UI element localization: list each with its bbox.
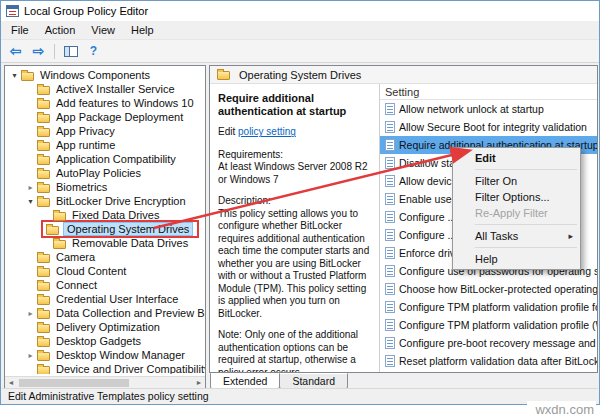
- chevron-collapsed-icon[interactable]: ▸: [25, 351, 36, 360]
- window-title: Local Group Policy Editor: [24, 5, 148, 17]
- setting-label: Configure ...: [399, 229, 456, 241]
- watermark: wxdn.com: [527, 401, 596, 419]
- tree-item-delivery-optimization[interactable]: Delivery Optimization: [5, 320, 205, 334]
- forward-button[interactable]: ⇨: [28, 42, 49, 61]
- folder-icon: [37, 296, 50, 305]
- menu-action[interactable]: Action: [37, 22, 84, 38]
- context-menu-filter-on[interactable]: Filter On: [453, 173, 580, 189]
- setting-label: Configure ...: [399, 211, 456, 223]
- setting-label: Reset platform validation data after Bit…: [399, 355, 597, 367]
- tree-item-removable-data-drives[interactable]: Removable Data Drives: [5, 236, 205, 250]
- menu-file[interactable]: File: [3, 22, 37, 38]
- tree-item-connect[interactable]: Connect: [5, 278, 205, 292]
- context-menu-all-tasks[interactable]: All Tasks ▸: [453, 228, 580, 244]
- tree-item-label: Camera: [54, 251, 97, 263]
- chevron-expanded-icon[interactable]: ▾: [9, 71, 20, 80]
- tree-item-data-collection[interactable]: ▸ Data Collection and Preview Build...: [5, 306, 205, 320]
- menu-view[interactable]: View: [83, 22, 123, 38]
- tree-item-activex-installer-service[interactable]: ActiveX Installer Service: [5, 82, 205, 96]
- setting-row[interactable]: Configure pre-boot recovery message and …: [380, 334, 597, 352]
- tree-item-device-driver-compatibility[interactable]: Device and Driver Compatibility: [5, 362, 205, 374]
- submenu-arrow-icon: ▸: [568, 231, 573, 241]
- context-menu-filter-options[interactable]: Filter Options...: [453, 189, 580, 205]
- setting-label: Configure TPM platform validation profil…: [399, 319, 597, 331]
- console-tree-icon: [64, 46, 78, 57]
- policy-icon: [385, 121, 395, 133]
- folder-icon: [37, 170, 50, 179]
- policy-icon: [385, 355, 395, 367]
- chevron-expanded-icon[interactable]: ▾: [25, 197, 36, 206]
- tree-item-desktop-window-manager[interactable]: ▸ Desktop Window Manager: [5, 348, 205, 362]
- policy-description-pane: Require additional authentication at sta…: [210, 84, 380, 372]
- console-tree-button[interactable]: [60, 42, 81, 61]
- policy-icon: [385, 193, 395, 205]
- menu-separator: [475, 224, 577, 225]
- setting-row[interactable]: Configure TPM platform validation profil…: [380, 298, 597, 316]
- tree-item-label: BitLocker Drive Encryption: [54, 195, 188, 207]
- setting-row[interactable]: Configure TPM platform validation profil…: [380, 316, 597, 334]
- menu-separator: [475, 247, 577, 248]
- tree-horizontal-scrollbar[interactable]: ◄ ►: [5, 376, 205, 388]
- chevron-collapsed-icon[interactable]: ▸: [25, 183, 36, 192]
- menu-separator: [475, 169, 577, 170]
- scroll-right-icon[interactable]: ►: [193, 379, 205, 386]
- status-text: Edit Administrative Templates policy set…: [8, 390, 209, 402]
- toolbar-divider: [54, 44, 55, 59]
- tree-item-autoplay-policies[interactable]: AutoPlay Policies: [5, 166, 205, 180]
- policy-title: Require additional authentication at sta…: [218, 92, 371, 118]
- tree-item-desktop-gadgets[interactable]: Desktop Gadgets: [5, 334, 205, 348]
- tree-item-label: Device and Driver Compatibility: [54, 363, 205, 374]
- tree-item-windows-components[interactable]: ▾ Windows Components: [5, 68, 205, 82]
- tree-item-add-features[interactable]: Add features to Windows 10: [5, 96, 205, 110]
- folder-icon: [37, 198, 50, 207]
- tree-item-credential-user-interface[interactable]: Credential User Interface: [5, 292, 205, 306]
- back-arrow-icon: ⇦: [10, 44, 22, 58]
- tree-item-operating-system-drives[interactable]: Operating System Drives: [5, 222, 205, 236]
- folder-icon: [37, 338, 50, 347]
- chevron-collapsed-icon[interactable]: ▸: [25, 309, 36, 318]
- setting-row[interactable]: Choose how BitLocker-protected operating…: [380, 280, 597, 298]
- tree-item-bitlocker-drive-encryption[interactable]: ▾ BitLocker Drive Encryption: [5, 194, 205, 208]
- folder-icon: [53, 240, 66, 249]
- context-menu-edit[interactable]: Edit: [453, 150, 580, 166]
- tree-item-biometrics[interactable]: ▸ Biometrics: [5, 180, 205, 194]
- folder-icon: [37, 366, 50, 375]
- menu-help[interactable]: Help: [123, 22, 162, 38]
- policy-icon: [385, 283, 395, 295]
- policy-icon: [385, 103, 395, 115]
- folder-icon: [37, 254, 50, 263]
- folder-icon: [21, 72, 34, 81]
- folder-icon: [37, 156, 50, 165]
- setting-row[interactable]: Allow Secure Boot for integrity validati…: [380, 118, 597, 136]
- policy-icon: [385, 319, 395, 331]
- policy-icon: [385, 247, 395, 259]
- setting-row[interactable]: Reset platform validation data after Bit…: [380, 352, 597, 370]
- help-icon: ?: [90, 44, 97, 58]
- tree-item-cloud-content[interactable]: Cloud Content: [5, 264, 205, 278]
- policy-icon: [385, 157, 395, 169]
- tree-item-camera[interactable]: Camera: [5, 250, 205, 264]
- scroll-left-icon[interactable]: ◄: [5, 379, 17, 386]
- tree-item-app-privacy[interactable]: App Privacy: [5, 124, 205, 138]
- setting-row[interactable]: Allow network unlock at startup: [380, 100, 597, 118]
- tree-item-label: Add features to Windows 10: [54, 97, 196, 109]
- tree-item-app-package-deployment[interactable]: App Package Deployment: [5, 110, 205, 124]
- policy-icon: [385, 265, 395, 277]
- setting-column-header[interactable]: Setting: [380, 84, 597, 100]
- folder-icon: [37, 310, 50, 319]
- scrollbar-thumb[interactable]: [19, 379, 129, 387]
- edit-policy-setting-line: Edit policy setting: [218, 126, 371, 139]
- folder-icon: [37, 324, 50, 333]
- context-menu-help[interactable]: Help: [453, 251, 580, 267]
- help-button[interactable]: ?: [83, 42, 104, 61]
- tree-item-application-compatibility[interactable]: Application Compatibility: [5, 152, 205, 166]
- folder-icon: [46, 226, 59, 235]
- setting-label: Configure pre-boot recovery message and …: [399, 337, 597, 349]
- folder-icon: [217, 71, 230, 80]
- tree-item-label: Cloud Content: [54, 265, 128, 277]
- edit-policy-setting-link[interactable]: policy setting: [238, 126, 296, 137]
- tree-item-label-selected: Operating System Drives: [63, 222, 193, 236]
- tree-item-app-runtime[interactable]: App runtime: [5, 138, 205, 152]
- policy-icon: [385, 337, 395, 349]
- back-button[interactable]: ⇦: [5, 42, 26, 61]
